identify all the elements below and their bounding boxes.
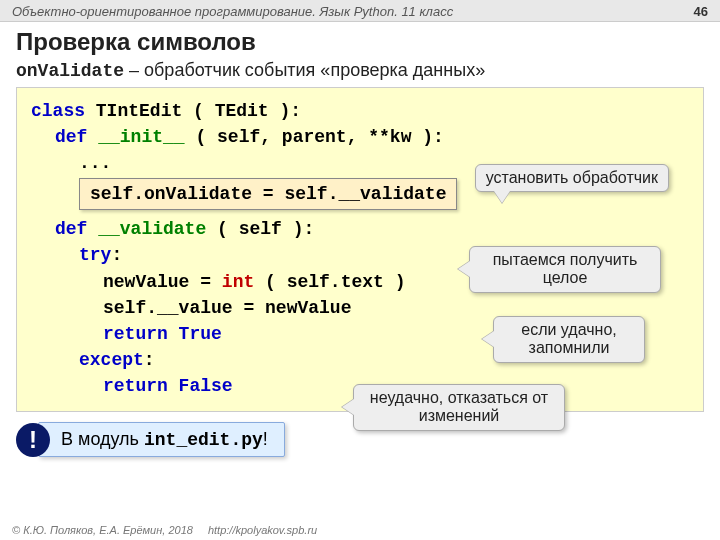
subtitle-code: onValidate: [16, 61, 124, 81]
copyright: © К.Ю. Поляков, Е.А. Ерёмин, 2018: [12, 524, 193, 536]
code-line: def __validate ( self ):: [31, 216, 689, 242]
page-number: 46: [694, 4, 708, 19]
footer: © К.Ю. Поляков, Е.А. Ерёмин, 2018 http:/…: [12, 524, 317, 536]
note-box: В модуль int_edit.py!: [38, 422, 285, 457]
highlighted-assignment: self.onValidate = self.__validate: [79, 178, 457, 210]
footer-link[interactable]: http://kpolyakov.spb.ru: [208, 524, 317, 536]
subtitle-text: – обработчик события «проверка данных»: [124, 60, 485, 80]
code-line: def __init__ ( self, parent, **kw ):: [31, 124, 689, 150]
code-line: class TIntEdit ( TEdit ):: [31, 98, 689, 124]
breadcrumb: Объектно-ориентированное программировани…: [12, 4, 453, 19]
exclamation-icon: !: [16, 423, 50, 457]
callout-success: если удачно, запомнили: [493, 316, 645, 363]
callout-try-int: пытаемся получить целое: [469, 246, 661, 293]
page-title: Проверка символов: [0, 22, 720, 60]
code-block: class TIntEdit ( TEdit ): def __init__ (…: [16, 87, 704, 412]
callout-set-handler: установить обработчик: [475, 164, 669, 192]
subtitle: onValidate – обработчик события «проверк…: [0, 60, 720, 87]
slide-header: Объектно-ориентированное программировани…: [0, 0, 720, 22]
callout-fail: неудачно, отказаться от изменений: [353, 384, 565, 431]
